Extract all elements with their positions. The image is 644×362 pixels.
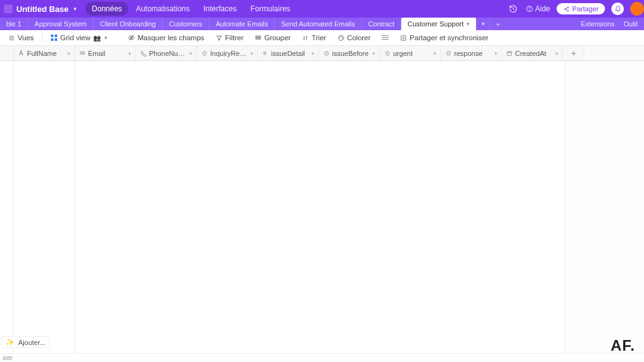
column-inquiryreason[interactable]: ⊙ InquiryReason ▾ xyxy=(197,46,258,60)
chevron-down-icon[interactable]: ▾ xyxy=(128,50,131,57)
select-field-icon: ⊙ xyxy=(323,50,330,57)
svg-rect-11 xyxy=(256,38,260,39)
select-field-icon: ⊙ xyxy=(384,50,391,57)
svg-point-14 xyxy=(342,37,343,38)
column-email[interactable]: ✉ Email ▾ xyxy=(75,46,136,60)
svg-rect-10 xyxy=(256,36,260,37)
phone-field-icon xyxy=(140,50,147,57)
add-column-button[interactable]: ＋ xyxy=(563,46,584,60)
chevron-down-icon[interactable]: ▾ xyxy=(74,6,77,12)
tab-customer-support[interactable]: Customer Support ▾ xyxy=(401,18,476,30)
row-number-column xyxy=(0,46,14,60)
base-title[interactable]: Untitled Base xyxy=(16,4,69,14)
tab-send-automated-emails[interactable]: Send Automated Emails xyxy=(275,18,362,30)
svg-point-3 xyxy=(567,6,569,8)
tools-link[interactable]: Outil xyxy=(623,20,638,28)
chevron-down-icon[interactable]: ▾ xyxy=(494,50,497,57)
add-record-label: Ajouter... xyxy=(18,339,45,346)
tabs-dropdown[interactable]: ▾ xyxy=(476,18,490,30)
chevron-down-icon[interactable]: ▾ xyxy=(189,50,192,57)
hide-fields-label: Masquer les champs xyxy=(138,34,204,41)
extensions-link[interactable]: Extensions xyxy=(581,20,615,28)
chevron-down-icon[interactable]: ▾ xyxy=(67,50,70,57)
grid-view-button[interactable]: Grid view ▾ xyxy=(47,32,112,43)
filter-button[interactable]: Filtrer xyxy=(211,32,248,43)
chevron-down-icon[interactable]: ▾ xyxy=(555,50,558,57)
column-fullname[interactable]: A FullName ▾ xyxy=(14,46,75,60)
add-record-button[interactable]: ✨ Ajouter... xyxy=(1,336,50,348)
column-label: PhoneNumber xyxy=(149,50,187,57)
chevron-down-icon[interactable]: ▾ xyxy=(104,35,108,41)
grid-view-label: Grid view xyxy=(60,34,91,41)
color-button[interactable]: Colorer xyxy=(333,32,375,43)
notifications-button[interactable] xyxy=(611,3,624,15)
svg-point-13 xyxy=(341,36,341,36)
sort-label: Trier xyxy=(311,34,326,41)
column-label: response xyxy=(454,50,492,57)
date-field-icon xyxy=(506,50,513,57)
sort-button[interactable]: Trier xyxy=(297,32,330,43)
help-button[interactable]: Aide xyxy=(526,4,550,13)
email-field-icon: ✉ xyxy=(79,50,86,57)
svg-point-1 xyxy=(529,10,530,11)
help-label: Aide xyxy=(535,4,550,13)
column-issuedetail[interactable]: ≡ issueDetail ▾ xyxy=(258,46,319,60)
view-toolbar: Vues Grid view ▾ Masquer les champs Filt… xyxy=(0,30,644,46)
group-label: Grouper xyxy=(264,34,291,41)
nav-forms[interactable]: Formulaires xyxy=(244,2,296,16)
column-label: Email xyxy=(88,50,126,57)
base-icon xyxy=(4,4,13,13)
column-createdat[interactable]: CreatedAt ▾ xyxy=(502,46,563,60)
tab-automate-emails[interactable]: Automate Emails xyxy=(209,18,275,30)
tab-customers[interactable]: Customers xyxy=(163,18,209,30)
watermark: AF. xyxy=(611,337,635,354)
chevron-down-icon[interactable]: ▾ xyxy=(311,50,314,57)
nav-interfaces[interactable]: Interfaces xyxy=(197,2,243,16)
history-icon[interactable] xyxy=(507,3,519,15)
column-label: issueDetail xyxy=(271,50,309,57)
row-height-button[interactable] xyxy=(377,33,393,43)
share-sync-label: Partager et synchroniser xyxy=(409,34,488,41)
collaborators-icon xyxy=(93,35,101,41)
tab-contract[interactable]: Contract xyxy=(362,18,401,30)
column-headers: A FullName ▾ ✉ Email ▾ PhoneNumber ▾ ⊙ I… xyxy=(0,46,644,61)
text-field-icon: A xyxy=(18,50,25,57)
column-label: FullName xyxy=(27,50,65,57)
share-label: Partager xyxy=(572,5,599,13)
share-button[interactable]: Partager xyxy=(557,3,605,14)
column-response[interactable]: ⊙ response ▾ xyxy=(441,46,502,60)
column-label: issueBefore xyxy=(332,50,370,57)
columns-end-spacer xyxy=(584,46,644,60)
avatar[interactable] xyxy=(630,2,644,16)
tab-table-1[interactable]: ble 1 xyxy=(0,18,28,30)
views-label: Vues xyxy=(18,34,34,41)
tab-client-onboarding[interactable]: Client Onboarding xyxy=(94,18,163,30)
share-sync-button[interactable]: Partager et synchroniser xyxy=(396,32,492,43)
column-label: InquiryReason xyxy=(210,50,248,57)
footer-summary-label: sier xyxy=(3,354,13,361)
select-field-icon: ⊙ xyxy=(445,50,452,57)
grid-body[interactable] xyxy=(0,61,644,353)
svg-point-12 xyxy=(340,37,340,38)
add-table-button[interactable]: ＋ xyxy=(490,18,505,30)
column-urgent[interactable]: ⊙ urgent ▾ xyxy=(380,46,441,60)
group-button[interactable]: Grouper xyxy=(250,32,295,43)
color-label: Colorer xyxy=(347,34,371,41)
column-label: urgent xyxy=(393,50,431,57)
nav-data[interactable]: Données xyxy=(86,2,128,16)
row-height-icon xyxy=(382,35,389,41)
nav-automations[interactable]: Automatisations xyxy=(130,2,196,16)
filter-label: Filtrer xyxy=(225,34,243,41)
app-header: Untitled Base ▾ Données Automatisations … xyxy=(0,0,644,18)
footer-summary: sier xyxy=(0,353,644,362)
column-issuebefore[interactable]: ⊙ issueBefore ▾ xyxy=(319,46,380,60)
hide-fields-button[interactable]: Masquer les champs xyxy=(123,32,209,43)
column-phonenumber[interactable]: PhoneNumber ▾ xyxy=(136,46,197,60)
views-menu[interactable]: Vues xyxy=(4,32,38,43)
tab-approval-system[interactable]: Approval System xyxy=(28,18,94,30)
chevron-down-icon[interactable]: ▾ xyxy=(433,50,436,57)
chevron-down-icon[interactable]: ▾ xyxy=(467,21,470,27)
tables-tabs: ble 1 Approval System Client Onboarding … xyxy=(0,18,644,30)
chevron-down-icon[interactable]: ▾ xyxy=(372,50,375,57)
chevron-down-icon[interactable]: ▾ xyxy=(250,50,253,57)
